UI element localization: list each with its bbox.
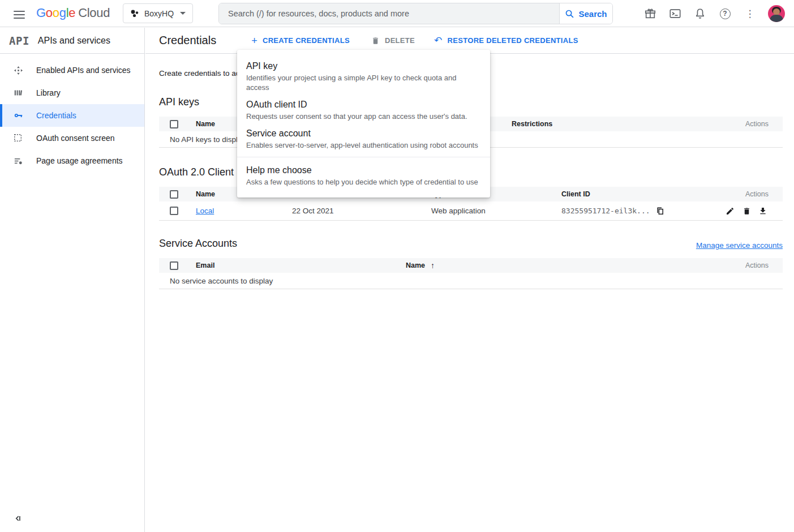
collapse-sidebar-icon[interactable]: [14, 514, 23, 523]
topbar-actions: ? ⋮: [643, 0, 785, 27]
oauth-client-row: Local 22 Oct 2021 Web application 832559…: [159, 201, 783, 221]
trash-icon: [371, 36, 380, 45]
cloud-shell-icon[interactable]: [668, 7, 682, 20]
sidebar-item-page-usage[interactable]: Page usage agreements: [0, 149, 144, 172]
undo-icon: ↶: [434, 37, 443, 44]
select-all-checkbox[interactable]: [170, 120, 178, 128]
notifications-bell-icon[interactable]: [693, 7, 707, 20]
service-accounts-table: Email Name ↑ Actions No service accounts…: [159, 258, 783, 289]
sidebar-item-enabled-apis[interactable]: Enabled APIs and services: [0, 59, 144, 81]
sidebar: API APIs and services Enabled APIs and s…: [0, 28, 145, 532]
page-title: Credentials: [159, 34, 216, 47]
sidebar-nav: Enabled APIs and services Library Creden…: [0, 54, 144, 172]
download-icon[interactable]: [757, 205, 769, 217]
sidebar-item-credentials[interactable]: Credentials: [0, 104, 144, 127]
project-logo-icon: [130, 9, 139, 18]
google-cloud-logo[interactable]: GoogleCloud: [36, 6, 110, 20]
global-search: Search: [218, 3, 613, 24]
library-icon: [13, 88, 23, 97]
project-name: BoxyHQ: [144, 9, 174, 18]
menu-icon[interactable]: [14, 8, 25, 19]
topbar: GoogleCloud BoxyHQ Search ? ⋮: [0, 0, 794, 27]
restore-credentials-button[interactable]: ↶ RESTORE DELETED CREDENTIALS: [432, 33, 581, 48]
key-icon: [13, 110, 23, 121]
menu-item-service-account[interactable]: Service account Enables server-to-server…: [237, 125, 490, 153]
client-id-value: 83255951712-eil3k...: [561, 207, 650, 215]
select-all-checkbox[interactable]: [170, 261, 178, 270]
create-credentials-menu: API key Identifies your project using a …: [237, 50, 490, 198]
sidebar-item-oauth-consent[interactable]: OAuth consent screen: [0, 127, 144, 149]
copy-icon[interactable]: [656, 207, 664, 216]
avatar-body: [770, 15, 783, 22]
api-product-logo: API: [9, 35, 29, 47]
menu-item-help-me-choose[interactable]: Help me choose Asks a few questions to h…: [237, 161, 490, 190]
project-selector[interactable]: BoxyHQ: [123, 3, 193, 23]
create-credentials-button[interactable]: + CREATE CREDENTIALS: [249, 33, 352, 48]
free-trial-gift-icon[interactable]: [643, 7, 657, 20]
menu-item-oauth-client-id[interactable]: OAuth client ID Requests user consent so…: [237, 96, 490, 125]
select-all-checkbox[interactable]: [170, 190, 178, 199]
service-accounts-table-header: Email Name ↑ Actions: [159, 258, 783, 273]
consent-screen-icon: [13, 134, 23, 143]
chevron-down-icon: [180, 12, 186, 15]
dashboard-dpad-icon: [13, 66, 23, 75]
more-options-icon[interactable]: ⋮: [743, 7, 757, 20]
sort-asc-icon: ↑: [431, 261, 435, 270]
plus-icon: +: [251, 37, 257, 45]
help-icon[interactable]: ?: [718, 7, 732, 20]
sidebar-title: APIs and services: [38, 36, 110, 46]
search-icon: [565, 9, 574, 19]
manage-service-accounts-link[interactable]: Manage service accounts: [696, 241, 783, 250]
service-accounts-heading: Service Accounts: [159, 238, 237, 250]
row-checkbox[interactable]: [170, 207, 178, 215]
sort-column-name[interactable]: Name ↑: [406, 261, 745, 270]
service-accounts-empty-row: No service accounts to display: [159, 273, 783, 289]
sidebar-header: API APIs and services: [0, 28, 144, 54]
delete-trash-icon[interactable]: [741, 205, 752, 217]
list-gear-icon: [13, 156, 23, 166]
edit-pencil-icon[interactable]: [724, 205, 736, 217]
menu-divider: [237, 157, 490, 157]
service-accounts-heading-row: Service Accounts Manage service accounts: [159, 238, 783, 250]
delete-button[interactable]: DELETE: [369, 33, 417, 49]
sidebar-item-library[interactable]: Library: [0, 81, 144, 104]
user-avatar[interactable]: [768, 5, 785, 22]
search-button[interactable]: Search: [559, 3, 612, 24]
client-name-link[interactable]: Local: [196, 207, 214, 215]
search-input[interactable]: [219, 3, 559, 24]
menu-item-api-key[interactable]: API key Identifies your project using a …: [237, 57, 490, 96]
